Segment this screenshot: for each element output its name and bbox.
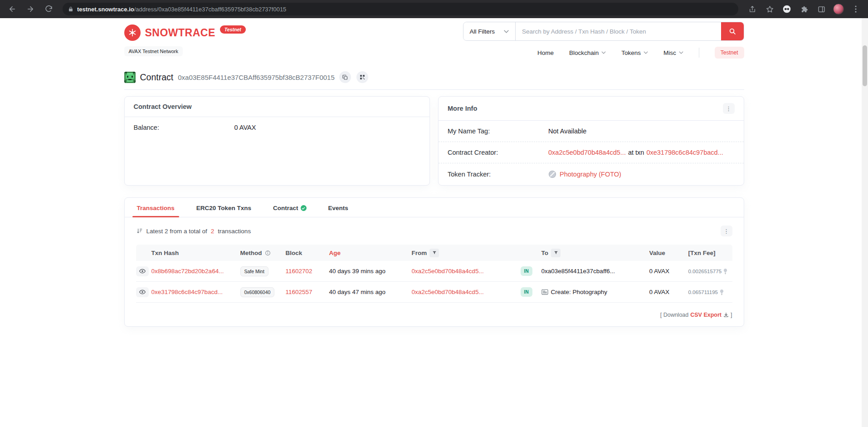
info-icon[interactable] [265, 250, 271, 256]
search-bar: All Filters [463, 22, 744, 41]
preview-txn-button[interactable] [136, 266, 149, 276]
copy-address-button[interactable] [339, 71, 351, 83]
brand-testnet-badge: Testnet [220, 25, 246, 34]
nav-testnet-button[interactable]: Testnet [715, 47, 744, 59]
browser-avatar[interactable] [831, 2, 846, 16]
browser-menu-icon[interactable] [848, 2, 863, 16]
txn-fee-cell: 0.065711195 [688, 289, 732, 295]
tab-transactions[interactable]: Transactions [136, 198, 176, 217]
preview-txn-button[interactable] [136, 287, 149, 297]
url-path: /address/0xa03e85f4411e37cbaff635975bf38… [134, 6, 287, 13]
qr-code-button[interactable] [356, 71, 368, 83]
from-filter-button[interactable] [429, 249, 439, 257]
tab-contract[interactable]: Contract [272, 198, 307, 217]
value-cell: 0 AVAX [649, 268, 688, 275]
url-host: testnet.snowtrace.io [77, 6, 134, 13]
bookmark-star-icon[interactable] [762, 2, 777, 16]
txn-hash-link[interactable]: 0x8b698ac72bd20b2a64... [151, 268, 240, 275]
col-age[interactable]: Age [329, 250, 412, 256]
method-badge: Safe Mint [240, 266, 268, 276]
nav-tokens[interactable]: Tokens [621, 49, 648, 56]
brand-name: SNOWTRACE [145, 27, 215, 39]
share-icon[interactable] [745, 2, 760, 16]
name-tag-value: Not Available [548, 128, 586, 135]
direction-badge: IN [521, 287, 533, 297]
lock-icon [68, 6, 73, 12]
page-scrollbar[interactable] [862, 18, 868, 427]
creator-address-link[interactable]: 0xa2c5e0bd70b48a4cd5... [548, 149, 626, 156]
method-badge: 0x60806040 [240, 287, 275, 297]
chevron-down-icon [504, 30, 509, 33]
forward-icon[interactable] [23, 2, 38, 16]
browser-toolbar: testnet.snowtrace.io/address/0xa03e85f44… [0, 0, 868, 18]
value-cell: 0 AVAX [649, 289, 688, 295]
to-address: 0xa03e85f4411e37cbaff6... [541, 268, 649, 275]
snowtrace-logo-icon [124, 25, 141, 41]
search-icon [729, 28, 736, 35]
direction-badge: IN [521, 266, 533, 276]
search-filter-label: All Filters [470, 28, 495, 35]
contract-title-section: Contract 0xa03E85F4411e37CBAff635975bf38… [124, 71, 744, 90]
extension-badge-icon[interactable] [779, 2, 795, 16]
tab-erc20-token-txns[interactable]: ERC20 Token Txns [195, 198, 252, 217]
nav-misc[interactable]: Misc [663, 49, 683, 56]
col-value: Value [649, 250, 688, 256]
search-button[interactable] [721, 22, 744, 40]
refresh-icon[interactable] [41, 2, 56, 16]
search-input[interactable] [516, 22, 721, 40]
csv-close-text: ] [731, 312, 732, 318]
search-filter-select[interactable]: All Filters [463, 22, 516, 40]
table-row: 0x8b698ac72bd20b2a64... Safe Mint 116027… [136, 261, 732, 282]
csv-open-text: [ Download [660, 312, 689, 318]
chevron-down-icon [601, 51, 606, 54]
more-info-card: More Info ⋮ My Name Tag: Not Available C… [438, 96, 744, 186]
col-txn-fee: [Txn Fee] [688, 250, 732, 256]
from-address-link[interactable]: 0xa2c5e0bd70b48a4cd5... [412, 289, 521, 295]
to-filter-button[interactable] [551, 249, 561, 257]
from-address-link[interactable]: 0xa2c5e0bd70b48a4cd5... [412, 268, 521, 275]
eye-icon [139, 290, 146, 294]
chevron-down-icon [644, 51, 648, 54]
site-header: SNOWTRACE Testnet AVAX Testnet Network A… [0, 18, 868, 63]
block-link[interactable]: 11602702 [286, 268, 329, 275]
copy-icon [342, 74, 348, 80]
gas-bulb-icon [719, 289, 724, 295]
csv-export-link[interactable]: CSV Export [690, 312, 722, 318]
more-info-menu-button[interactable]: ⋮ [723, 103, 735, 114]
funnel-icon [432, 250, 437, 255]
brand[interactable]: SNOWTRACE Testnet [124, 25, 246, 41]
creation-txn-link[interactable]: 0xe31798c6c84c97bacd... [646, 149, 723, 156]
transactions-summary: Latest 2 from a total of 2 transactions [136, 228, 251, 235]
qr-code-icon [360, 74, 365, 80]
page-title: Contract [140, 72, 174, 83]
side-panel-icon[interactable] [814, 2, 829, 16]
transactions-table: Txn Hash Method Block Age From To [136, 245, 732, 303]
extensions-puzzle-icon[interactable] [796, 2, 812, 16]
eye-icon [139, 269, 146, 274]
address-blockie-avatar [124, 72, 136, 83]
summary-text: Latest 2 from a total of [146, 228, 207, 235]
address-bar[interactable]: testnet.snowtrace.io/address/0xa03e85f44… [63, 3, 738, 15]
to-contract-creation: Create: Photography [541, 289, 649, 295]
nav-blockchain[interactable]: Blockchain [569, 49, 606, 56]
transactions-menu-button[interactable]: ⋮ [721, 226, 732, 236]
nav-home[interactable]: Home [537, 49, 554, 56]
download-icon [723, 312, 729, 318]
token-tracker-link[interactable]: Photography (FOTO) [560, 171, 621, 178]
col-from: From [412, 249, 521, 257]
back-icon[interactable] [5, 2, 20, 16]
scrollbar-thumb[interactable] [863, 45, 867, 86]
contract-overview-card: Contract Overview Balance: 0 AVAX [124, 96, 430, 186]
table-header-row: Txn Hash Method Block Age From To [136, 245, 732, 261]
block-link[interactable]: 11602557 [286, 289, 329, 295]
txn-hash-link[interactable]: 0xe31798c6c84c97bacd... [151, 289, 240, 295]
txn-fee-cell: 0.0026515775 [688, 268, 732, 275]
token-placeholder-icon [548, 170, 556, 178]
tab-events[interactable]: Events [327, 198, 349, 217]
col-to: To [541, 249, 649, 257]
tab-bar: Transactions ERC20 Token Txns Contract E… [125, 198, 744, 217]
col-method: Method [240, 250, 286, 256]
sort-icon [136, 228, 143, 234]
age-value: 40 days 39 mins ago [329, 268, 412, 275]
token-tracker-label: Token Tracker: [448, 171, 548, 178]
